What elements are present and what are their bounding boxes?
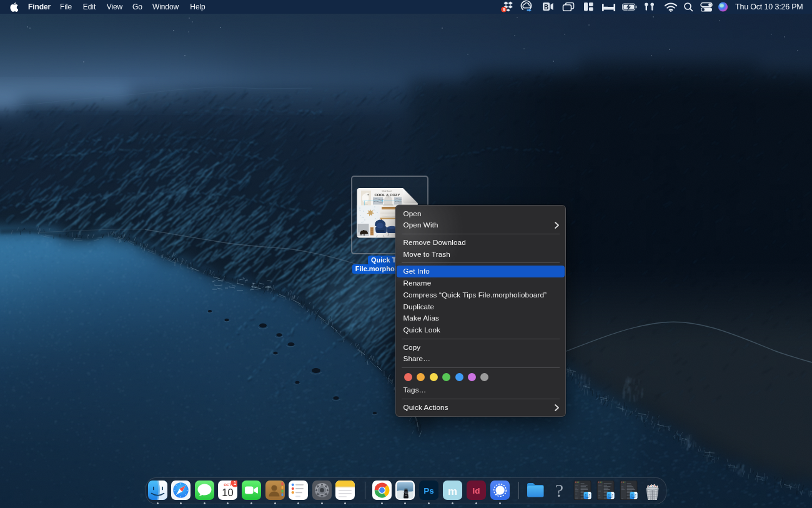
svg-text:Mood Board: Mood Board [382, 190, 392, 192]
svg-text:10: 10 [222, 487, 234, 498]
svg-text:B: B [544, 4, 548, 11]
svg-text:?: ? [555, 481, 563, 500]
svg-text:Ps: Ps [423, 486, 434, 496]
svg-text:1: 1 [234, 481, 237, 486]
svg-text:OCT: OCT [224, 483, 232, 487]
svg-text:m: m [448, 486, 457, 497]
svg-text:Id: Id [472, 486, 480, 496]
svg-text:6: 6 [503, 7, 505, 12]
